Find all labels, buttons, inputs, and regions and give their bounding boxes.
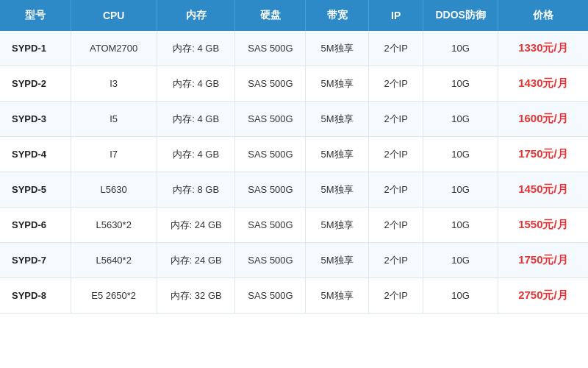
cell-cpu: L5630 [71,172,157,208]
cell-model: SYPD-7 [0,243,71,278]
cell-ip: 2个IP [368,102,423,137]
cell-ip: 2个IP [368,243,423,278]
table-row: SYPD-6L5630*2内存: 24 GBSAS 500G5M独享2个IP10… [0,208,588,243]
table-header-row: 型号 CPU 内存 硬盘 带宽 IP DDOS防御 价格 [0,0,588,31]
server-pricing-table: 型号 CPU 内存 硬盘 带宽 IP DDOS防御 价格 SYPD-1ATOM2… [0,0,588,314]
cell-price: 1430元/月 [498,66,588,102]
table-row: SYPD-1ATOM2700内存: 4 GBSAS 500G5M独享2个IP10… [0,31,588,66]
cell-mem: 内存: 24 GB [157,243,235,278]
cell-bw: 5M独享 [306,102,368,137]
cell-model: SYPD-3 [0,102,71,137]
cell-mem: 内存: 8 GB [157,172,235,208]
cell-ddos: 10G [423,66,498,102]
cell-ip: 2个IP [368,278,423,314]
cell-mem: 内存: 4 GB [157,137,235,172]
table-row: SYPD-4I7内存: 4 GBSAS 500G5M独享2个IP10G1750元… [0,137,588,172]
cell-cpu: I3 [71,66,157,102]
cell-price: 1750元/月 [498,243,588,278]
cell-model: SYPD-4 [0,137,71,172]
header-mem: 内存 [157,0,235,31]
cell-cpu: E5 2650*2 [71,278,157,314]
cell-cpu: I7 [71,137,157,172]
cell-disk: SAS 500G [235,243,306,278]
cell-ip: 2个IP [368,31,423,66]
cell-disk: SAS 500G [235,31,306,66]
cell-mem: 内存: 32 GB [157,278,235,314]
cell-ddos: 10G [423,208,498,243]
cell-disk: SAS 500G [235,102,306,137]
cell-ip: 2个IP [368,66,423,102]
cell-model: SYPD-8 [0,278,71,314]
cell-bw: 5M独享 [306,278,368,314]
cell-disk: SAS 500G [235,278,306,314]
cell-bw: 5M独享 [306,31,368,66]
cell-model: SYPD-2 [0,66,71,102]
cell-bw: 5M独享 [306,137,368,172]
cell-cpu: ATOM2700 [71,31,157,66]
cell-cpu: L5640*2 [71,243,157,278]
cell-mem: 内存: 4 GB [157,102,235,137]
table-row: SYPD-7L5640*2内存: 24 GBSAS 500G5M独享2个IP10… [0,243,588,278]
cell-ip: 2个IP [368,208,423,243]
cell-model: SYPD-6 [0,208,71,243]
table-row: SYPD-8E5 2650*2内存: 32 GBSAS 500G5M独享2个IP… [0,278,588,314]
cell-ddos: 10G [423,31,498,66]
cell-price: 1600元/月 [498,102,588,137]
cell-ip: 2个IP [368,172,423,208]
header-bw: 带宽 [306,0,368,31]
table-row: SYPD-5L5630内存: 8 GBSAS 500G5M独享2个IP10G14… [0,172,588,208]
cell-cpu: L5630*2 [71,208,157,243]
cell-bw: 5M独享 [306,208,368,243]
table-row: SYPD-2I3内存: 4 GBSAS 500G5M独享2个IP10G1430元… [0,66,588,102]
table-row: SYPD-3I5内存: 4 GBSAS 500G5M独享2个IP10G1600元… [0,102,588,137]
cell-cpu: I5 [71,102,157,137]
cell-disk: SAS 500G [235,208,306,243]
cell-bw: 5M独享 [306,66,368,102]
cell-model: SYPD-5 [0,172,71,208]
cell-disk: SAS 500G [235,137,306,172]
cell-price: 2750元/月 [498,278,588,314]
cell-disk: SAS 500G [235,172,306,208]
cell-price: 1450元/月 [498,172,588,208]
cell-mem: 内存: 24 GB [157,208,235,243]
cell-ip: 2个IP [368,137,423,172]
header-price: 价格 [498,0,588,31]
header-disk: 硬盘 [235,0,306,31]
cell-model: SYPD-1 [0,31,71,66]
header-cpu: CPU [71,0,157,31]
cell-ddos: 10G [423,243,498,278]
header-model: 型号 [0,0,71,31]
cell-ddos: 10G [423,172,498,208]
cell-bw: 5M独享 [306,243,368,278]
cell-price: 1550元/月 [498,208,588,243]
cell-ddos: 10G [423,102,498,137]
cell-mem: 内存: 4 GB [157,66,235,102]
cell-ddos: 10G [423,137,498,172]
cell-disk: SAS 500G [235,66,306,102]
header-ddos: DDOS防御 [423,0,498,31]
cell-ddos: 10G [423,278,498,314]
cell-price: 1750元/月 [498,137,588,172]
cell-mem: 内存: 4 GB [157,31,235,66]
cell-price: 1330元/月 [498,31,588,66]
cell-bw: 5M独享 [306,172,368,208]
header-ip: IP [368,0,423,31]
